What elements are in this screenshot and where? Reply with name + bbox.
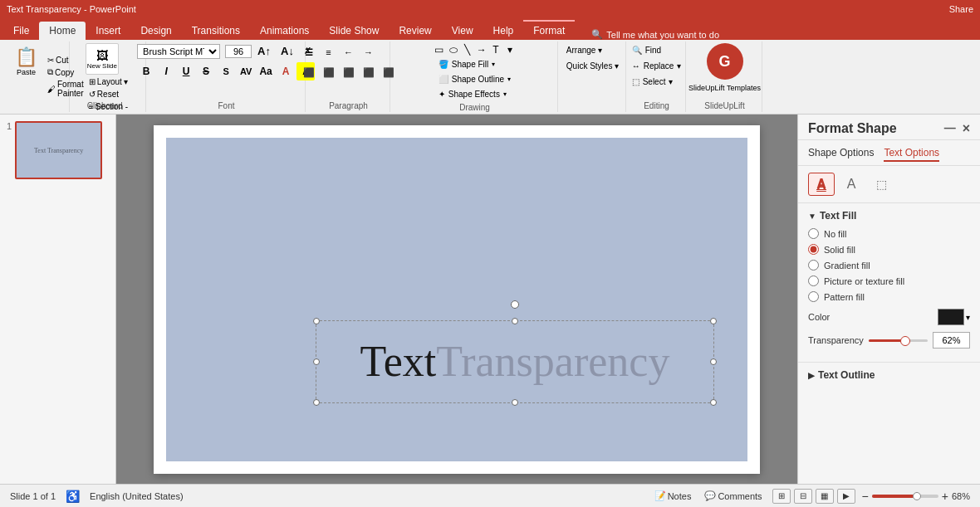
textbox-shape[interactable]: T — [489, 43, 502, 56]
picture-fill-radio[interactable] — [808, 275, 819, 286]
tab-view[interactable]: View — [442, 22, 483, 40]
arrange-button[interactable]: Arrange ▾ — [561, 43, 625, 57]
align-left-button[interactable]: ⬛ — [300, 63, 318, 81]
gradient-fill-radio[interactable] — [808, 260, 819, 271]
more-shapes[interactable]: ▾ — [503, 43, 517, 56]
shape-effects-button[interactable]: ✦ Shape Effects ▾ — [433, 87, 517, 101]
font-family-select[interactable]: Brush Script MT — [137, 44, 220, 59]
handle-top-right[interactable] — [710, 318, 717, 324]
tab-text-options[interactable]: Text Options — [884, 147, 939, 162]
handle-bottom-left[interactable] — [313, 399, 320, 406]
text-outline-section[interactable]: ▶ Text Outline — [798, 362, 980, 388]
arrow-shape[interactable]: → — [475, 43, 488, 56]
tab-insert[interactable]: Insert — [86, 22, 130, 40]
fp-icon-text-outline[interactable]: A — [838, 173, 865, 196]
bullets-button[interactable]: ☰ — [300, 43, 318, 61]
case-button[interactable]: Aa — [257, 62, 275, 80]
italic-button[interactable]: I — [157, 62, 175, 80]
handle-bottom-middle[interactable] — [512, 399, 518, 406]
quick-styles-button[interactable]: Quick Styles ▾ — [561, 59, 625, 73]
decrease-indent-button[interactable]: ← — [340, 43, 358, 61]
character-spacing-button[interactable]: AV — [237, 62, 255, 80]
increase-font-button[interactable]: A↑ — [253, 43, 275, 59]
handle-bottom-right[interactable] — [710, 399, 717, 406]
decrease-font-button[interactable]: A↓ — [277, 43, 298, 59]
strikethrough-button[interactable]: S — [197, 62, 215, 80]
tab-slideshow[interactable]: Slide Show — [319, 22, 389, 40]
slide-sorter-button[interactable]: ⊟ — [794, 489, 812, 504]
section-button[interactable]: ≡Section - — [86, 101, 131, 112]
color-dropdown-arrow[interactable]: ▾ — [966, 313, 970, 322]
no-fill-option[interactable]: No fill — [808, 228, 970, 239]
select-button[interactable]: ⬚ Select ▾ — [626, 75, 688, 89]
oval-shape[interactable]: ⬭ — [447, 43, 460, 56]
find-button[interactable]: 🔍 Find — [626, 43, 688, 57]
fp-icon-text-effects[interactable]: ⬚ — [868, 173, 894, 196]
tab-home[interactable]: Home — [39, 22, 86, 40]
normal-view-button[interactable]: ⊞ — [772, 489, 791, 504]
shape-outline-button[interactable]: ⬜ Shape Outline ▾ — [433, 72, 517, 86]
tab-transitions[interactable]: Transitions — [182, 22, 250, 40]
text-fill-header[interactable]: ▼ Text Fill — [808, 210, 970, 222]
rotate-handle[interactable] — [511, 300, 519, 309]
color-picker[interactable] — [938, 309, 964, 325]
paste-button[interactable]: 📋 Paste — [8, 43, 44, 80]
share-button[interactable]: Share — [949, 4, 973, 14]
tab-file[interactable]: File — [3, 22, 39, 40]
solid-fill-option[interactable]: Solid fill — [808, 244, 970, 255]
slideuplift-templates-button[interactable]: SlideUpLift Templates — [683, 81, 767, 95]
font-color-button[interactable]: A — [277, 62, 295, 80]
tab-design[interactable]: Design — [130, 22, 181, 40]
shape-fill-button[interactable]: 🪣 Shape Fill ▾ — [433, 57, 517, 71]
layout-button[interactable]: ⊞Layout▾ — [86, 76, 131, 87]
slide-canvas[interactable]: Text Transparency — [154, 125, 760, 474]
transparency-value-input[interactable] — [933, 332, 970, 349]
shadow-button[interactable]: S — [217, 62, 235, 80]
rectangle-shape[interactable]: ▭ — [433, 43, 446, 56]
numbering-button[interactable]: ≡ — [320, 43, 338, 61]
line-shape[interactable]: ╲ — [461, 43, 474, 56]
increase-indent-button[interactable]: → — [360, 43, 378, 61]
comments-button[interactable]: 💬 Comments — [701, 489, 765, 503]
reset-button[interactable]: ↺Reset — [86, 89, 122, 100]
replace-button[interactable]: ↔ Replace ▾ — [626, 59, 688, 73]
accessibility-icon[interactable]: ♿ — [66, 490, 80, 503]
fp-icon-text-fill[interactable]: A — [808, 173, 835, 196]
pattern-fill-radio[interactable] — [808, 291, 819, 302]
slideshow-view-button[interactable]: ▶ — [837, 489, 855, 504]
justify-button[interactable]: ⬛ — [360, 63, 378, 81]
picture-fill-option[interactable]: Picture or texture fill — [808, 275, 970, 286]
gradient-fill-option[interactable]: Gradient fill — [808, 260, 970, 271]
close-panel-button[interactable]: × — [963, 121, 970, 136]
tab-format[interactable]: Format — [523, 20, 575, 40]
handle-middle-right[interactable] — [710, 358, 717, 365]
bold-button[interactable]: B — [137, 62, 155, 80]
tell-me-area[interactable]: 🔍 Tell me what you want to do — [575, 29, 980, 40]
slideuplift-logo[interactable]: G — [707, 43, 743, 80]
tab-help[interactable]: Help — [483, 22, 524, 40]
solid-fill-radio[interactable] — [808, 244, 819, 255]
slider-thumb[interactable] — [900, 336, 910, 346]
align-center-button[interactable]: ⬛ — [320, 63, 338, 81]
no-fill-radio[interactable] — [808, 228, 819, 239]
align-right-button[interactable]: ⬛ — [340, 63, 358, 81]
new-slide-button[interactable]: 🖼 New Slide — [86, 43, 119, 75]
handle-top-left[interactable] — [313, 318, 320, 324]
zoom-slider[interactable] — [872, 495, 938, 498]
reading-view-button[interactable]: ▦ — [816, 489, 834, 504]
zoom-out-button[interactable]: − — [862, 490, 869, 503]
handle-top-middle[interactable] — [512, 318, 518, 324]
collapse-panel-button[interactable]: — — [944, 121, 956, 136]
transparency-slider[interactable] — [869, 334, 928, 347]
handle-middle-left[interactable] — [313, 358, 320, 365]
pattern-fill-option[interactable]: Pattern fill — [808, 291, 970, 302]
tab-animations[interactable]: Animations — [250, 22, 319, 40]
notes-button[interactable]: 📝 Notes — [651, 489, 695, 503]
font-size-input[interactable] — [225, 45, 252, 58]
tab-review[interactable]: Review — [389, 22, 441, 40]
zoom-in-button[interactable]: + — [942, 490, 948, 503]
underline-button[interactable]: U — [177, 62, 195, 80]
tab-shape-options[interactable]: Shape Options — [808, 147, 874, 162]
text-box[interactable]: Text Transparency — [316, 320, 714, 403]
slide-thumbnail[interactable]: Text Transparency — [15, 121, 102, 179]
